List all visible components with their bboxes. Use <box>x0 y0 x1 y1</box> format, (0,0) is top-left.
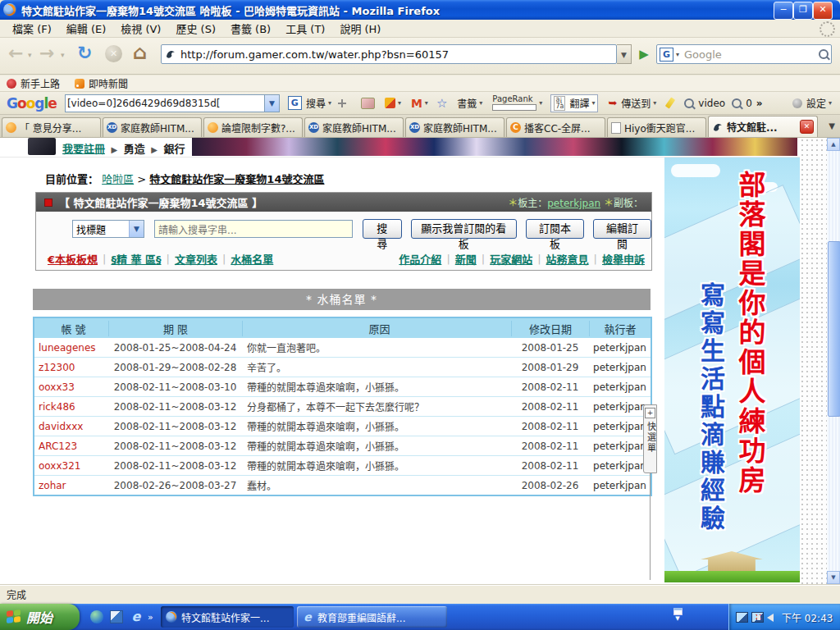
tab[interactable]: 論壇限制字數?... <box>203 117 303 137</box>
scroll-down-icon[interactable]: ▼ <box>827 571 840 584</box>
forward-dropdown[interactable]: ▾ <box>61 51 65 59</box>
home-button[interactable]: ⌂ <box>133 41 147 64</box>
board-button[interactable]: 搜尋 <box>363 219 401 239</box>
go-button[interactable]: ▶ <box>635 44 653 64</box>
translate-button[interactable]: a¡7à 翻譯 ▾ <box>550 94 598 112</box>
back-button[interactable]: ← <box>8 43 23 63</box>
tab[interactable]: XD家庭教師HITM... <box>304 117 404 137</box>
taskbar-task[interactable]: 特文館駐站作家一... <box>161 606 294 628</box>
search-engine-dropdown[interactable]: ▾ <box>676 51 679 58</box>
menu-item[interactable]: 檔案 (F) <box>5 19 59 38</box>
menu-item[interactable]: 工具 (T) <box>278 19 332 38</box>
board-link[interactable]: 作品介紹 <box>399 251 441 267</box>
menu-item[interactable]: 檢視 (V) <box>113 19 168 38</box>
photos-icon[interactable] <box>361 98 375 109</box>
close-button[interactable]: ✕ <box>813 2 833 20</box>
toolbar-bookmarks-button[interactable]: 書籤 <box>457 96 477 110</box>
board-link[interactable]: 檢舉申訴 <box>602 251 645 267</box>
apps-cube-icon[interactable] <box>385 98 395 108</box>
bookmark-item[interactable]: 新手上路 <box>7 76 60 90</box>
toolbar-search-input[interactable] <box>65 94 265 112</box>
find-video-label[interactable]: video <box>698 98 725 109</box>
menu-item[interactable]: 歷史 (S) <box>168 19 223 38</box>
quick-menu-tab[interactable]: + 快選單 <box>643 404 657 473</box>
back-dropdown[interactable]: ▾ <box>28 51 32 59</box>
quicklaunch-ie-icon[interactable]: e <box>130 610 143 623</box>
board-button[interactable]: 訂閱本板 <box>526 219 584 239</box>
scroll-up-icon[interactable]: ▲ <box>827 138 840 151</box>
quicklaunch-overflow[interactable]: » <box>148 612 161 625</box>
account-link[interactable]: ARC123 <box>34 441 108 452</box>
avatar-link[interactable]: 勇造 <box>124 143 145 155</box>
account-link[interactable]: luneagenes <box>34 342 108 354</box>
menu-item[interactable]: 編輯 (E) <box>59 19 114 38</box>
moderator-link[interactable]: peterkjpan <box>547 198 600 209</box>
register-link[interactable]: 我要註冊 <box>62 143 105 155</box>
board-link[interactable]: 玩家網站 <box>490 251 532 267</box>
address-dropdown[interactable]: ▼ <box>617 44 632 64</box>
reload-button[interactable]: ↻ <box>77 43 92 63</box>
account-link[interactable]: z12300 <box>34 362 108 373</box>
gmail-dropdown[interactable]: ▾ <box>425 99 428 107</box>
tab[interactable]: Hiyo衝天跑官... <box>607 117 706 137</box>
taskbar-task[interactable]: e教育部重編國語辭... <box>297 606 447 628</box>
highlighter-icon[interactable] <box>665 97 675 108</box>
search-mode-select[interactable]: 找標題 ▼ <box>72 220 144 238</box>
tab-list-dropdown[interactable]: ▼ <box>829 121 835 130</box>
tab[interactable]: XD家庭教師HITM... <box>103 117 202 137</box>
board-link[interactable]: 站務意見 <box>546 251 589 267</box>
board-link[interactable]: €本板板規 <box>48 251 98 267</box>
tab-close-button[interactable]: ✕ <box>800 120 814 134</box>
stop-button[interactable]: ✕ <box>105 45 122 62</box>
tab[interactable]: C播客CC-全屏... <box>506 117 605 137</box>
toolbar-search-options-dropdown[interactable]: ▾ <box>328 99 331 107</box>
account-link[interactable]: ooxx33 <box>34 381 108 393</box>
quicklaunch-desktop-icon[interactable] <box>90 610 103 623</box>
tab[interactable]: 「 意見分享... <box>2 117 101 137</box>
scrollbar-thumb[interactable] <box>828 241 840 417</box>
pagerank-dropdown[interactable]: ▾ <box>539 99 542 107</box>
forward-button[interactable]: → <box>39 43 54 63</box>
volume-icon[interactable] <box>767 614 774 622</box>
board-link[interactable]: 水桶名單 <box>231 251 273 267</box>
quicklaunch-app-icon[interactable] <box>110 610 123 623</box>
board-link[interactable]: §精 華 區§ <box>111 251 161 267</box>
menu-item[interactable]: 說明 (H) <box>332 19 388 38</box>
board-search-input[interactable] <box>154 220 353 238</box>
tab-active[interactable]: 特文館駐...✕ <box>708 116 818 137</box>
restore-button[interactable]: ❐ <box>793 2 813 20</box>
search-icon[interactable] <box>819 49 829 59</box>
toolbar-settings[interactable]: 設定 ▾ <box>792 96 832 110</box>
banner-collage-image[interactable] <box>192 138 797 156</box>
gmail-icon[interactable]: M <box>411 97 422 110</box>
send-to-dropdown[interactable]: ▾ <box>653 99 656 107</box>
search-box[interactable]: G ▾ Google <box>656 44 832 64</box>
bank-link[interactable]: 銀行 <box>164 143 185 155</box>
find-count-label[interactable]: 0 <box>746 98 752 109</box>
start-button[interactable]: 開始 <box>0 604 80 630</box>
bookmarks-dropdown[interactable]: ▾ <box>479 99 482 107</box>
board-button[interactable]: 編輯訂閱 <box>593 219 651 239</box>
sidebar-ad[interactable]: 部落閣是你的個人練功房 寫寫生活點滴賺經驗 <box>664 158 800 582</box>
pagerank-widget[interactable]: PageRank <box>492 95 536 111</box>
taskbar-dock-icon[interactable]: ▼ <box>671 608 684 622</box>
menu-item[interactable]: 書籤 (B) <box>223 19 278 38</box>
toolbar-search-button[interactable]: 搜尋 <box>306 96 326 110</box>
find-video-icon[interactable] <box>684 98 694 108</box>
bookmark-item[interactable]: 即時新聞 <box>75 76 128 90</box>
account-link[interactable]: rick486 <box>34 401 108 413</box>
toolbar-overflow[interactable]: » <box>756 98 763 109</box>
board-link[interactable]: 文章列表 <box>175 251 217 267</box>
expand-icon[interactable]: + <box>645 408 655 418</box>
account-link[interactable]: zohar <box>34 480 108 491</box>
board-link[interactable]: 新聞 <box>455 251 477 267</box>
send-to-button[interactable]: 傳送到 <box>621 96 651 110</box>
minimize-button[interactable]: ─ <box>774 2 793 20</box>
vertical-scrollbar[interactable]: ▲ ▼ <box>827 138 840 584</box>
network-icon[interactable] <box>736 612 748 623</box>
star-bookmark-icon[interactable]: ☆ <box>436 96 447 111</box>
board-button[interactable]: 顯示我曾訂閱的看板 <box>411 219 518 239</box>
breadcrumb-section-link[interactable]: 哈啦區 <box>102 173 134 185</box>
toolbar-search-dropdown[interactable]: ▼ <box>265 94 280 112</box>
apps-dropdown[interactable]: ▾ <box>398 99 401 107</box>
